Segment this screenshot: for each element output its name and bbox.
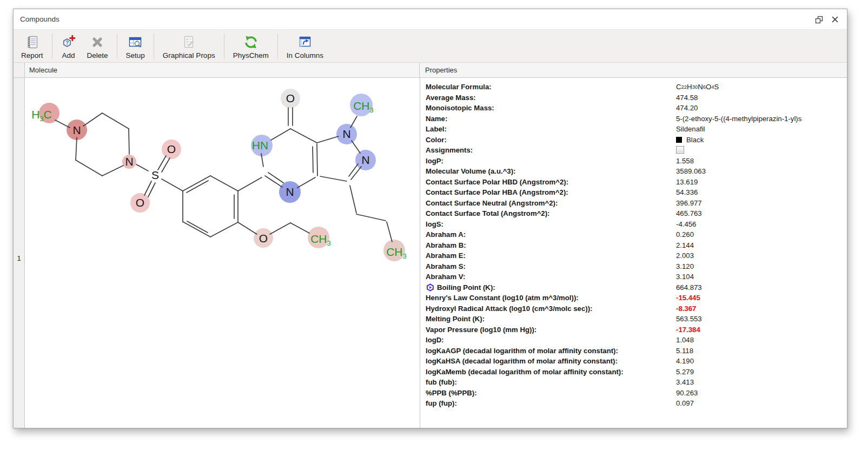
in-columns-button[interactable]: In Columns xyxy=(281,30,329,62)
atom-label-sulfur: S xyxy=(151,169,159,181)
atom-label-sulfonyl-o-up: O xyxy=(167,143,176,155)
property-label: Contact Surface Polar HBA (Angstrom^2): xyxy=(426,187,568,198)
property-row[interactable]: fub (fub):3.413 xyxy=(426,377,847,388)
property-row[interactable]: Abraham S:3.120 xyxy=(426,261,847,272)
property-row[interactable]: %PPB (%PPB):90.263 xyxy=(426,388,847,399)
setup-label: Setup xyxy=(126,51,145,60)
assignments-button[interactable] xyxy=(676,146,684,154)
close-button[interactable] xyxy=(830,14,840,25)
property-row[interactable]: Molecular Formula:C22H30N6O4S xyxy=(426,82,847,92)
property-row[interactable]: Name:5-(2-ethoxy-5-((4-methylpiperazin-1… xyxy=(426,114,847,124)
property-row[interactable]: Color:Black xyxy=(426,135,847,145)
property-value: 563.553 xyxy=(676,314,702,325)
property-label: logKaAGP (decadal logarithm of molar aff… xyxy=(426,346,618,356)
property-row[interactable]: Vapor Pressure (log10 (mm Hg)):-17.384 xyxy=(426,325,847,335)
property-value: 90.263 xyxy=(676,388,698,399)
property-label: Average Mass: xyxy=(426,92,476,103)
toolbar-separator xyxy=(224,34,224,59)
delete-button[interactable]: Delete xyxy=(82,30,114,62)
property-value: 465.763 xyxy=(676,208,702,219)
property-row[interactable]: Abraham E:2.003 xyxy=(426,250,847,261)
toolbar: Report ? Add Delete xyxy=(14,30,847,63)
property-value: 5.279 xyxy=(676,367,694,378)
graphical-props-button[interactable]: Graphical Props xyxy=(157,30,221,62)
property-label: Assignments: xyxy=(426,145,473,156)
property-value: 3.120 xyxy=(676,261,694,272)
property-row[interactable]: logP:1.558 xyxy=(426,156,847,167)
property-row[interactable]: Monoisotopic Mass:474.20 xyxy=(426,103,847,114)
property-row[interactable]: logKaAGP (decadal logarithm of molar aff… xyxy=(426,346,847,356)
in-columns-label: In Columns xyxy=(287,51,323,60)
property-row[interactable]: Average Mass:474.58 xyxy=(426,92,847,103)
row-header-gutter[interactable]: 1 xyxy=(14,78,25,428)
property-label: Label: xyxy=(426,124,447,135)
property-value: -15.445 xyxy=(676,293,700,303)
property-label: Melting Point (K): xyxy=(426,314,485,325)
property-row[interactable]: Contact Surface Polar HBD (Angstrom^2):1… xyxy=(426,177,847,188)
atom-label-amide-hn: HN xyxy=(252,139,268,151)
property-label: Abraham E: xyxy=(426,250,466,261)
properties-panel[interactable]: Molecular Formula:C22H30N6O4SAverage Mas… xyxy=(420,78,847,428)
property-row[interactable]: Contact Surface Total (Angstrom^2):465.7… xyxy=(426,208,847,219)
delete-label: Delete xyxy=(87,51,108,60)
property-row[interactable]: Boiling Point (K):664.873 xyxy=(426,282,847,293)
property-value: -4.456 xyxy=(676,219,696,230)
property-row[interactable]: Contact Surface Polar HBA (Angstrom^2):5… xyxy=(426,187,847,198)
property-value: 1.048 xyxy=(676,335,694,346)
compounds-window: Compounds xyxy=(13,9,847,428)
property-row[interactable]: Abraham V:3.104 xyxy=(426,272,847,282)
molecule-column-header[interactable]: Molecule xyxy=(25,63,420,77)
properties-list: Molecular Formula:C22H30N6O4SAverage Mas… xyxy=(426,82,847,409)
property-label: logKaHSA (decadal logarithm of molar aff… xyxy=(426,356,618,367)
property-row[interactable]: Abraham A:0.260 xyxy=(426,229,847,240)
property-row[interactable]: Melting Point (K):563.553 xyxy=(426,314,847,325)
property-label: Henry's Law Constant (log10 (atm m^3/mol… xyxy=(426,293,579,303)
property-label: Abraham S: xyxy=(426,261,466,272)
molecule-structure: H3CNNSOOOCH3OHNNNCH3NCH3 xyxy=(25,78,420,428)
property-row[interactable]: Label:Sildenafil xyxy=(426,124,847,135)
property-label: Boiling Point (K): xyxy=(426,282,495,293)
properties-column-header[interactable]: Properties xyxy=(420,63,847,77)
corner-header-cell[interactable] xyxy=(14,63,25,77)
float-window-icon[interactable] xyxy=(813,14,824,25)
property-label: fub (fub): xyxy=(426,377,457,388)
molecule-cell[interactable]: H3CNNSOOOCH3OHNNNCH3NCH3 xyxy=(25,78,420,428)
property-row[interactable]: fup (fup):0.097 xyxy=(426,398,847,409)
atom-label-pyrazole-n2: N xyxy=(361,154,369,166)
atom-label-ether-o: O xyxy=(259,232,268,244)
property-label: Color: xyxy=(426,135,447,145)
property-value: 4.190 xyxy=(676,356,694,367)
property-value: 5.118 xyxy=(676,346,693,356)
property-value: 0.097 xyxy=(676,398,694,409)
add-button[interactable]: ? Add xyxy=(56,30,82,62)
property-value: 13.619 xyxy=(676,177,698,188)
property-row[interactable]: Contact Surface Neutral (Angstrom^2):396… xyxy=(426,198,847,209)
property-label: Molecular Formula: xyxy=(426,82,492,92)
physchem-label: PhysChem xyxy=(233,51,269,60)
toolbar-separator xyxy=(154,34,154,59)
property-value: 3.413 xyxy=(676,377,694,388)
physchem-icon xyxy=(243,34,259,51)
property-row[interactable]: Assignments: xyxy=(426,145,847,156)
property-label: fup (fup): xyxy=(426,398,457,409)
svg-text:?: ? xyxy=(65,40,68,46)
property-row[interactable]: Abraham B:2.144 xyxy=(426,240,847,251)
property-label: Name: xyxy=(426,114,447,124)
property-row[interactable]: logS:-4.456 xyxy=(426,219,847,230)
setup-button[interactable]: Setup xyxy=(121,30,150,62)
property-row[interactable]: Henry's Law Constant (log10 (atm m^3/mol… xyxy=(426,293,847,303)
property-row[interactable]: Hydroxyl Radical Attack (log10 (cm^3/mol… xyxy=(426,303,847,314)
toolbar-separator xyxy=(117,34,117,59)
property-row[interactable]: Molecular Volume (a.u.^3):3589.063 xyxy=(426,166,847,177)
property-row[interactable]: logD:1.048 xyxy=(426,335,847,346)
title-bar[interactable]: Compounds xyxy=(14,9,847,30)
property-value: 2.144 xyxy=(676,240,694,251)
float-icon xyxy=(814,15,824,24)
property-label: Contact Surface Total (Angstrom^2): xyxy=(426,208,549,219)
toolbar-separator xyxy=(52,34,52,59)
report-button[interactable]: Report xyxy=(16,30,49,62)
property-row[interactable]: logKaMemb (decadal logarithm of molar af… xyxy=(426,367,847,378)
physchem-button[interactable]: PhysChem xyxy=(228,30,274,62)
property-row[interactable]: logKaHSA (decadal logarithm of molar aff… xyxy=(426,356,847,367)
property-label: %PPB (%PPB): xyxy=(426,388,477,399)
